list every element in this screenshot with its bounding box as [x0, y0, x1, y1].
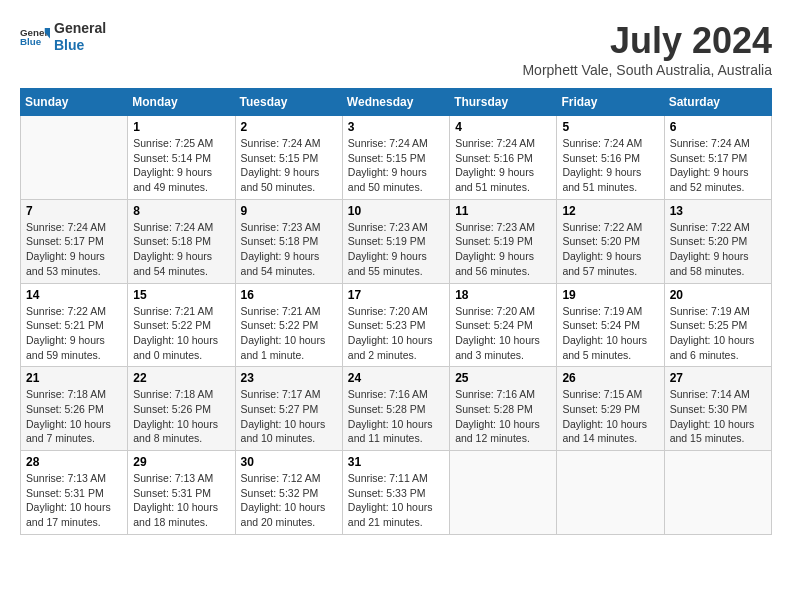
weekday-header: Saturday — [664, 89, 771, 116]
day-number: 13 — [670, 204, 766, 218]
day-info: Sunrise: 7:16 AMSunset: 5:28 PMDaylight:… — [455, 387, 551, 446]
day-info: Sunrise: 7:11 AMSunset: 5:33 PMDaylight:… — [348, 471, 444, 530]
day-info: Sunrise: 7:21 AMSunset: 5:22 PMDaylight:… — [133, 304, 229, 363]
day-number: 8 — [133, 204, 229, 218]
logo-line1: General — [54, 20, 106, 37]
day-info: Sunrise: 7:22 AMSunset: 5:20 PMDaylight:… — [562, 220, 658, 279]
day-info: Sunrise: 7:13 AMSunset: 5:31 PMDaylight:… — [26, 471, 122, 530]
day-info: Sunrise: 7:16 AMSunset: 5:28 PMDaylight:… — [348, 387, 444, 446]
day-number: 22 — [133, 371, 229, 385]
day-number: 5 — [562, 120, 658, 134]
weekday-header: Wednesday — [342, 89, 449, 116]
day-info: Sunrise: 7:18 AMSunset: 5:26 PMDaylight:… — [26, 387, 122, 446]
calendar-cell: 28Sunrise: 7:13 AMSunset: 5:31 PMDayligh… — [21, 451, 128, 535]
calendar-cell: 9Sunrise: 7:23 AMSunset: 5:18 PMDaylight… — [235, 199, 342, 283]
svg-text:Blue: Blue — [20, 36, 42, 47]
day-number: 21 — [26, 371, 122, 385]
day-number: 7 — [26, 204, 122, 218]
day-number: 27 — [670, 371, 766, 385]
calendar-cell — [21, 116, 128, 200]
calendar-cell: 19Sunrise: 7:19 AMSunset: 5:24 PMDayligh… — [557, 283, 664, 367]
day-number: 29 — [133, 455, 229, 469]
calendar-cell: 14Sunrise: 7:22 AMSunset: 5:21 PMDayligh… — [21, 283, 128, 367]
day-info: Sunrise: 7:24 AMSunset: 5:17 PMDaylight:… — [26, 220, 122, 279]
weekday-header-row: SundayMondayTuesdayWednesdayThursdayFrid… — [21, 89, 772, 116]
calendar-cell: 23Sunrise: 7:17 AMSunset: 5:27 PMDayligh… — [235, 367, 342, 451]
day-number: 17 — [348, 288, 444, 302]
day-info: Sunrise: 7:23 AMSunset: 5:19 PMDaylight:… — [455, 220, 551, 279]
weekday-header: Thursday — [450, 89, 557, 116]
day-number: 10 — [348, 204, 444, 218]
day-number: 28 — [26, 455, 122, 469]
calendar-cell — [664, 451, 771, 535]
calendar-cell: 29Sunrise: 7:13 AMSunset: 5:31 PMDayligh… — [128, 451, 235, 535]
calendar-cell: 18Sunrise: 7:20 AMSunset: 5:24 PMDayligh… — [450, 283, 557, 367]
calendar-cell: 7Sunrise: 7:24 AMSunset: 5:17 PMDaylight… — [21, 199, 128, 283]
day-number: 30 — [241, 455, 337, 469]
calendar-cell: 10Sunrise: 7:23 AMSunset: 5:19 PMDayligh… — [342, 199, 449, 283]
day-info: Sunrise: 7:22 AMSunset: 5:21 PMDaylight:… — [26, 304, 122, 363]
calendar-cell: 26Sunrise: 7:15 AMSunset: 5:29 PMDayligh… — [557, 367, 664, 451]
day-info: Sunrise: 7:22 AMSunset: 5:20 PMDaylight:… — [670, 220, 766, 279]
day-number: 12 — [562, 204, 658, 218]
day-info: Sunrise: 7:23 AMSunset: 5:18 PMDaylight:… — [241, 220, 337, 279]
logo-line2: Blue — [54, 37, 106, 54]
day-number: 20 — [670, 288, 766, 302]
month-title: July 2024 — [522, 20, 772, 62]
calendar-cell: 4Sunrise: 7:24 AMSunset: 5:16 PMDaylight… — [450, 116, 557, 200]
day-number: 4 — [455, 120, 551, 134]
calendar-cell: 3Sunrise: 7:24 AMSunset: 5:15 PMDaylight… — [342, 116, 449, 200]
calendar-cell: 11Sunrise: 7:23 AMSunset: 5:19 PMDayligh… — [450, 199, 557, 283]
day-number: 25 — [455, 371, 551, 385]
calendar-cell: 15Sunrise: 7:21 AMSunset: 5:22 PMDayligh… — [128, 283, 235, 367]
location-subtitle: Morphett Vale, South Australia, Australi… — [522, 62, 772, 78]
calendar-cell: 2Sunrise: 7:24 AMSunset: 5:15 PMDaylight… — [235, 116, 342, 200]
calendar-cell: 25Sunrise: 7:16 AMSunset: 5:28 PMDayligh… — [450, 367, 557, 451]
weekday-header: Tuesday — [235, 89, 342, 116]
day-number: 1 — [133, 120, 229, 134]
day-number: 24 — [348, 371, 444, 385]
day-info: Sunrise: 7:24 AMSunset: 5:15 PMDaylight:… — [348, 136, 444, 195]
calendar-cell: 21Sunrise: 7:18 AMSunset: 5:26 PMDayligh… — [21, 367, 128, 451]
day-number: 19 — [562, 288, 658, 302]
day-info: Sunrise: 7:13 AMSunset: 5:31 PMDaylight:… — [133, 471, 229, 530]
calendar-week-row: 7Sunrise: 7:24 AMSunset: 5:17 PMDaylight… — [21, 199, 772, 283]
logo-icon: General Blue — [20, 25, 50, 49]
calendar-cell: 13Sunrise: 7:22 AMSunset: 5:20 PMDayligh… — [664, 199, 771, 283]
day-number: 2 — [241, 120, 337, 134]
day-info: Sunrise: 7:15 AMSunset: 5:29 PMDaylight:… — [562, 387, 658, 446]
day-info: Sunrise: 7:20 AMSunset: 5:23 PMDaylight:… — [348, 304, 444, 363]
weekday-header: Monday — [128, 89, 235, 116]
calendar-cell: 5Sunrise: 7:24 AMSunset: 5:16 PMDaylight… — [557, 116, 664, 200]
day-info: Sunrise: 7:20 AMSunset: 5:24 PMDaylight:… — [455, 304, 551, 363]
calendar-cell: 16Sunrise: 7:21 AMSunset: 5:22 PMDayligh… — [235, 283, 342, 367]
day-info: Sunrise: 7:19 AMSunset: 5:25 PMDaylight:… — [670, 304, 766, 363]
calendar-week-row: 1Sunrise: 7:25 AMSunset: 5:14 PMDaylight… — [21, 116, 772, 200]
day-info: Sunrise: 7:12 AMSunset: 5:32 PMDaylight:… — [241, 471, 337, 530]
day-number: 16 — [241, 288, 337, 302]
day-info: Sunrise: 7:14 AMSunset: 5:30 PMDaylight:… — [670, 387, 766, 446]
calendar-cell: 30Sunrise: 7:12 AMSunset: 5:32 PMDayligh… — [235, 451, 342, 535]
day-number: 18 — [455, 288, 551, 302]
page-header: General Blue General Blue July 2024 Morp… — [20, 20, 772, 78]
day-info: Sunrise: 7:24 AMSunset: 5:15 PMDaylight:… — [241, 136, 337, 195]
calendar-week-row: 21Sunrise: 7:18 AMSunset: 5:26 PMDayligh… — [21, 367, 772, 451]
day-number: 6 — [670, 120, 766, 134]
day-number: 15 — [133, 288, 229, 302]
day-info: Sunrise: 7:24 AMSunset: 5:18 PMDaylight:… — [133, 220, 229, 279]
calendar-cell: 27Sunrise: 7:14 AMSunset: 5:30 PMDayligh… — [664, 367, 771, 451]
day-number: 11 — [455, 204, 551, 218]
day-number: 14 — [26, 288, 122, 302]
day-number: 23 — [241, 371, 337, 385]
day-info: Sunrise: 7:23 AMSunset: 5:19 PMDaylight:… — [348, 220, 444, 279]
calendar-cell: 8Sunrise: 7:24 AMSunset: 5:18 PMDaylight… — [128, 199, 235, 283]
day-info: Sunrise: 7:24 AMSunset: 5:16 PMDaylight:… — [562, 136, 658, 195]
calendar-cell: 17Sunrise: 7:20 AMSunset: 5:23 PMDayligh… — [342, 283, 449, 367]
day-info: Sunrise: 7:21 AMSunset: 5:22 PMDaylight:… — [241, 304, 337, 363]
day-info: Sunrise: 7:19 AMSunset: 5:24 PMDaylight:… — [562, 304, 658, 363]
calendar-cell: 31Sunrise: 7:11 AMSunset: 5:33 PMDayligh… — [342, 451, 449, 535]
title-block: July 2024 Morphett Vale, South Australia… — [522, 20, 772, 78]
calendar-cell: 1Sunrise: 7:25 AMSunset: 5:14 PMDaylight… — [128, 116, 235, 200]
day-info: Sunrise: 7:24 AMSunset: 5:17 PMDaylight:… — [670, 136, 766, 195]
day-info: Sunrise: 7:25 AMSunset: 5:14 PMDaylight:… — [133, 136, 229, 195]
